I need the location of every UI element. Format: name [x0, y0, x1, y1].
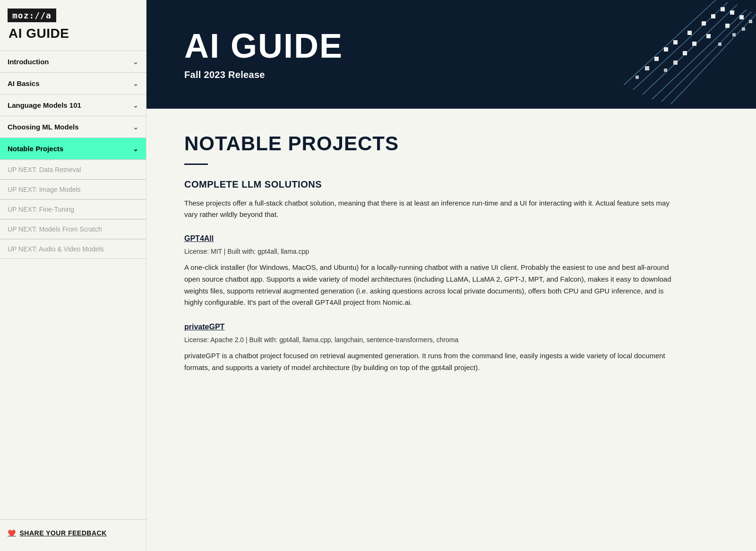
svg-rect-10: [739, 15, 744, 19]
project-privategpt-link[interactable]: privateGPT: [184, 323, 224, 331]
section-intro: These projects offer a full-stack chatbo…: [184, 198, 676, 220]
chevron-icon-choosing-ml: ⌄: [133, 123, 138, 131]
project-gpt4all: GPT4All License: MIT | Built with: gpt4a…: [184, 234, 676, 309]
project-gpt4all-desc: A one-click installer (for Windows, MacO…: [184, 262, 676, 309]
nav-subitem-data-retrieval: UP NEXT: Data Retrieval: [0, 159, 146, 180]
svg-rect-16: [692, 42, 696, 46]
nav-item-choosing-ml: Choosing ML Models ⌄: [0, 116, 146, 138]
svg-rect-20: [673, 60, 678, 65]
nav-item-ai-basics-button[interactable]: AI Basics ⌄: [0, 73, 146, 94]
chevron-icon-ai-basics: ⌄: [133, 80, 138, 87]
svg-rect-17: [654, 57, 659, 61]
svg-rect-8: [730, 10, 734, 15]
nav-subitem-models-from-scratch: UP NEXT: Models From Scratch: [0, 219, 146, 239]
feedback-area: ❤️ SHARE YOUR FEEDBACK: [0, 519, 146, 542]
heart-icon: ❤️: [8, 529, 16, 537]
section-divider: [184, 164, 208, 165]
svg-rect-25: [636, 76, 639, 79]
svg-rect-12: [725, 24, 730, 28]
nav-item-ai-basics: AI Basics ⌄: [0, 72, 146, 95]
svg-rect-22: [742, 27, 745, 31]
nav-item-introduction-label: Introduction: [8, 58, 49, 66]
svg-line-2: [662, 12, 751, 102]
chevron-icon-language-models: ⌄: [133, 102, 138, 109]
project-gpt4all-link[interactable]: GPT4All: [184, 234, 214, 243]
svg-rect-13: [673, 40, 678, 44]
nav-item-choosing-ml-label: Choosing ML Models: [8, 123, 79, 131]
main-content: AI GUIDE Fall 2023 Release: [146, 0, 756, 551]
nav-subitem-image-models-button[interactable]: UP NEXT: Image Models: [0, 180, 146, 199]
page-section-title: NOTABLE PROJECTS: [184, 132, 676, 155]
sidebar-logo-area: moz://a AI GUIDE: [0, 0, 146, 46]
chevron-icon-introduction: ⌄: [133, 58, 138, 66]
nav-item-introduction: Introduction ⌄: [0, 51, 146, 73]
nav-item-choosing-ml-button[interactable]: Choosing ML Models ⌄: [0, 116, 146, 138]
nav-subitem-models-from-scratch-button[interactable]: UP NEXT: Models From Scratch: [0, 219, 146, 239]
nav-item-introduction-button[interactable]: Introduction ⌄: [0, 51, 146, 72]
subsection-title: COMPLETE LLM SOLUTIONS: [184, 179, 676, 190]
nav-item-notable-projects-button[interactable]: Notable Projects ⌄: [0, 138, 146, 159]
svg-rect-15: [664, 47, 668, 52]
project-privategpt-meta: License: Apache 2.0 | Built with: gpt4al…: [184, 336, 676, 344]
project-privategpt: privateGPT License: Apache 2.0 | Built w…: [184, 323, 676, 374]
svg-line-5: [624, 0, 718, 85]
svg-rect-14: [706, 34, 711, 38]
nav-item-language-models-label: Language Models 101: [8, 101, 81, 109]
nav-subitem-image-models: UP NEXT: Image Models: [0, 179, 146, 199]
svg-rect-23: [732, 33, 736, 36]
hero-decorative-svg: [605, 0, 756, 109]
svg-rect-7: [711, 14, 715, 18]
nav-item-notable-projects: Notable Projects ⌄: [0, 138, 146, 160]
nav-subitem-fine-tuning-button[interactable]: UP NEXT: Fine-Tuning: [0, 199, 146, 219]
svg-rect-18: [683, 51, 687, 55]
feedback-link[interactable]: ❤️ SHARE YOUR FEEDBACK: [8, 529, 138, 537]
nav-item-ai-basics-label: AI Basics: [8, 79, 40, 87]
sidebar-nav: Introduction ⌄ AI Basics ⌄ Language Mode…: [0, 51, 146, 515]
svg-line-0: [643, 5, 737, 95]
project-gpt4all-meta: License: MIT | Built with: gpt4all, llam…: [184, 248, 676, 255]
hero-banner: AI GUIDE Fall 2023 Release: [146, 0, 756, 109]
svg-rect-9: [702, 21, 706, 26]
svg-rect-19: [645, 66, 649, 70]
hero-decoration: [605, 0, 756, 109]
sidebar: moz://a AI GUIDE Introduction ⌄ AI Basic…: [0, 0, 146, 551]
nav-subitem-fine-tuning: UP NEXT: Fine-Tuning: [0, 199, 146, 219]
nav-subitem-data-retrieval-button[interactable]: UP NEXT: Data Retrieval: [0, 160, 146, 179]
feedback-label: SHARE YOUR FEEDBACK: [20, 529, 107, 537]
nav-item-language-models-button[interactable]: Language Models 101 ⌄: [0, 95, 146, 116]
chevron-icon-notable-projects: ⌄: [133, 145, 138, 153]
svg-line-1: [652, 9, 747, 99]
nav-item-notable-projects-label: Notable Projects: [8, 145, 63, 153]
project-privategpt-desc: privateGPT is a chatbot project focused …: [184, 350, 676, 374]
nav-subitem-audio-video: UP NEXT: Audio & Video Models: [0, 239, 146, 259]
svg-rect-26: [664, 69, 667, 72]
nav-subitem-audio-video-button[interactable]: UP NEXT: Audio & Video Models: [0, 239, 146, 258]
svg-rect-21: [749, 20, 752, 23]
svg-rect-11: [687, 31, 692, 35]
mozilla-logo: moz://a: [8, 9, 56, 22]
svg-rect-24: [718, 43, 722, 46]
sidebar-title: AI GUIDE: [8, 26, 138, 41]
nav-item-language-models: Language Models 101 ⌄: [0, 94, 146, 116]
content-area: NOTABLE PROJECTS COMPLETE LLM SOLUTIONS …: [146, 109, 713, 416]
svg-rect-6: [721, 7, 725, 11]
